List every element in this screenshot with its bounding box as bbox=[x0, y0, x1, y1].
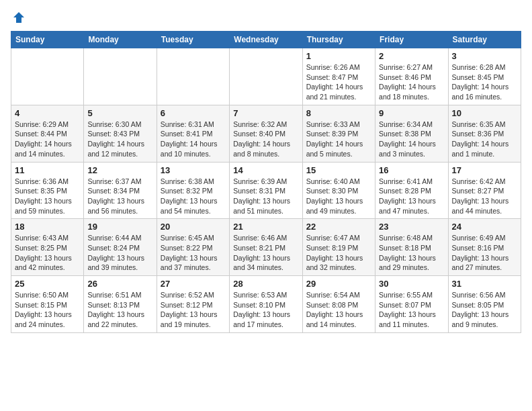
day-info: Sunrise: 6:40 AM Sunset: 8:30 PM Dayligh… bbox=[306, 177, 371, 216]
day-header-friday: Friday bbox=[375, 32, 448, 48]
calendar-cell: 21Sunrise: 6:46 AM Sunset: 8:21 PM Dayli… bbox=[230, 219, 302, 276]
calendar-cell: 10Sunrise: 6:35 AM Sunset: 8:36 PM Dayli… bbox=[448, 105, 521, 162]
calendar-cell: 20Sunrise: 6:45 AM Sunset: 8:22 PM Dayli… bbox=[157, 219, 229, 276]
calendar-cell: 18Sunrise: 6:43 AM Sunset: 8:25 PM Dayli… bbox=[11, 219, 84, 276]
day-info: Sunrise: 6:28 AM Sunset: 8:45 PM Dayligh… bbox=[452, 62, 517, 102]
day-info: Sunrise: 6:55 AM Sunset: 8:07 PM Dayligh… bbox=[379, 290, 444, 330]
day-number: 18 bbox=[15, 222, 80, 232]
day-number: 31 bbox=[452, 279, 517, 289]
calendar-cell: 24Sunrise: 6:49 AM Sunset: 8:16 PM Dayli… bbox=[448, 219, 521, 276]
calendar-cell: 30Sunrise: 6:55 AM Sunset: 8:07 PM Dayli… bbox=[375, 276, 448, 333]
day-number: 12 bbox=[87, 165, 152, 175]
day-info: Sunrise: 6:30 AM Sunset: 8:43 PM Dayligh… bbox=[87, 120, 152, 159]
day-number: 9 bbox=[379, 108, 444, 118]
day-number: 20 bbox=[161, 222, 226, 232]
day-number: 19 bbox=[87, 222, 152, 232]
day-info: Sunrise: 6:47 AM Sunset: 8:19 PM Dayligh… bbox=[306, 233, 371, 273]
day-header-tuesday: Tuesday bbox=[157, 32, 229, 48]
calendar-cell bbox=[157, 48, 229, 105]
day-info: Sunrise: 6:56 AM Sunset: 8:05 PM Dayligh… bbox=[452, 290, 517, 330]
day-info: Sunrise: 6:29 AM Sunset: 8:44 PM Dayligh… bbox=[15, 120, 80, 159]
day-info: Sunrise: 6:31 AM Sunset: 8:41 PM Dayligh… bbox=[161, 120, 226, 159]
day-number: 13 bbox=[161, 165, 226, 175]
calendar-cell: 15Sunrise: 6:40 AM Sunset: 8:30 PM Dayli… bbox=[302, 162, 375, 219]
calendar-cell: 14Sunrise: 6:39 AM Sunset: 8:31 PM Dayli… bbox=[230, 162, 302, 219]
day-number: 27 bbox=[161, 279, 226, 289]
calendar-cell: 22Sunrise: 6:47 AM Sunset: 8:19 PM Dayli… bbox=[302, 219, 375, 276]
day-number: 7 bbox=[233, 108, 298, 118]
calendar-cell: 7Sunrise: 6:32 AM Sunset: 8:40 PM Daylig… bbox=[230, 105, 302, 162]
day-header-sunday: Sunday bbox=[11, 32, 84, 48]
day-info: Sunrise: 6:33 AM Sunset: 8:39 PM Dayligh… bbox=[306, 120, 371, 159]
calendar-cell: 13Sunrise: 6:38 AM Sunset: 8:32 PM Dayli… bbox=[157, 162, 229, 219]
day-info: Sunrise: 6:49 AM Sunset: 8:16 PM Dayligh… bbox=[452, 233, 517, 273]
calendar-cell: 11Sunrise: 6:36 AM Sunset: 8:35 PM Dayli… bbox=[11, 162, 84, 219]
calendar-cell: 28Sunrise: 6:53 AM Sunset: 8:10 PM Dayli… bbox=[230, 276, 302, 333]
calendar-cell: 12Sunrise: 6:37 AM Sunset: 8:34 PM Dayli… bbox=[84, 162, 157, 219]
calendar-table: SundayMondayTuesdayWednesdayThursdayFrid… bbox=[11, 31, 521, 333]
day-info: Sunrise: 6:42 AM Sunset: 8:27 PM Dayligh… bbox=[452, 177, 517, 216]
day-info: Sunrise: 6:41 AM Sunset: 8:28 PM Dayligh… bbox=[379, 177, 444, 216]
day-number: 30 bbox=[379, 279, 444, 289]
calendar-cell: 2Sunrise: 6:27 AM Sunset: 8:46 PM Daylig… bbox=[375, 48, 448, 105]
day-info: Sunrise: 6:38 AM Sunset: 8:32 PM Dayligh… bbox=[161, 177, 226, 216]
calendar-cell: 5Sunrise: 6:30 AM Sunset: 8:43 PM Daylig… bbox=[84, 105, 157, 162]
calendar-cell: 19Sunrise: 6:44 AM Sunset: 8:24 PM Dayli… bbox=[84, 219, 157, 276]
calendar-cell: 25Sunrise: 6:50 AM Sunset: 8:15 PM Dayli… bbox=[11, 276, 84, 333]
day-number: 16 bbox=[379, 165, 444, 175]
logo bbox=[11, 11, 26, 24]
day-number: 11 bbox=[15, 165, 80, 175]
calendar-week-row: 25Sunrise: 6:50 AM Sunset: 8:15 PM Dayli… bbox=[11, 276, 521, 333]
day-info: Sunrise: 6:43 AM Sunset: 8:25 PM Dayligh… bbox=[15, 233, 80, 273]
calendar-week-row: 18Sunrise: 6:43 AM Sunset: 8:25 PM Dayli… bbox=[11, 219, 521, 276]
calendar-cell: 27Sunrise: 6:52 AM Sunset: 8:12 PM Dayli… bbox=[157, 276, 229, 333]
day-info: Sunrise: 6:52 AM Sunset: 8:12 PM Dayligh… bbox=[161, 290, 226, 330]
logo-icon bbox=[12, 11, 26, 24]
calendar-cell: 3Sunrise: 6:28 AM Sunset: 8:45 PM Daylig… bbox=[448, 48, 521, 105]
day-info: Sunrise: 6:50 AM Sunset: 8:15 PM Dayligh… bbox=[15, 290, 80, 330]
day-header-monday: Monday bbox=[84, 32, 157, 48]
day-info: Sunrise: 6:51 AM Sunset: 8:13 PM Dayligh… bbox=[87, 290, 152, 330]
day-header-wednesday: Wednesday bbox=[230, 32, 302, 48]
calendar-cell: 17Sunrise: 6:42 AM Sunset: 8:27 PM Dayli… bbox=[448, 162, 521, 219]
day-header-thursday: Thursday bbox=[302, 32, 375, 48]
day-info: Sunrise: 6:44 AM Sunset: 8:24 PM Dayligh… bbox=[87, 233, 152, 273]
calendar-cell: 9Sunrise: 6:34 AM Sunset: 8:38 PM Daylig… bbox=[375, 105, 448, 162]
day-number: 25 bbox=[15, 279, 80, 289]
day-number: 21 bbox=[233, 222, 298, 232]
calendar-week-row: 4Sunrise: 6:29 AM Sunset: 8:44 PM Daylig… bbox=[11, 105, 521, 162]
day-number: 17 bbox=[452, 165, 517, 175]
calendar-cell: 23Sunrise: 6:48 AM Sunset: 8:18 PM Dayli… bbox=[375, 219, 448, 276]
calendar-week-row: 1Sunrise: 6:26 AM Sunset: 8:47 PM Daylig… bbox=[11, 48, 521, 105]
calendar-cell: 8Sunrise: 6:33 AM Sunset: 8:39 PM Daylig… bbox=[302, 105, 375, 162]
day-number: 10 bbox=[452, 108, 517, 118]
calendar-cell bbox=[11, 48, 84, 105]
page-header bbox=[11, 11, 521, 24]
calendar-cell: 16Sunrise: 6:41 AM Sunset: 8:28 PM Dayli… bbox=[375, 162, 448, 219]
day-number: 24 bbox=[452, 222, 517, 232]
day-number: 8 bbox=[306, 108, 371, 118]
calendar-cell bbox=[84, 48, 157, 105]
day-info: Sunrise: 6:53 AM Sunset: 8:10 PM Dayligh… bbox=[233, 290, 298, 330]
calendar-header-row: SundayMondayTuesdayWednesdayThursdayFrid… bbox=[11, 32, 521, 48]
day-info: Sunrise: 6:36 AM Sunset: 8:35 PM Dayligh… bbox=[15, 177, 80, 216]
calendar-cell: 31Sunrise: 6:56 AM Sunset: 8:05 PM Dayli… bbox=[448, 276, 521, 333]
day-number: 22 bbox=[306, 222, 371, 232]
day-header-saturday: Saturday bbox=[448, 32, 521, 48]
day-number: 29 bbox=[306, 279, 371, 289]
svg-marker-0 bbox=[13, 12, 24, 23]
day-info: Sunrise: 6:48 AM Sunset: 8:18 PM Dayligh… bbox=[379, 233, 444, 273]
calendar-week-row: 11Sunrise: 6:36 AM Sunset: 8:35 PM Dayli… bbox=[11, 162, 521, 219]
day-number: 28 bbox=[233, 279, 298, 289]
day-number: 23 bbox=[379, 222, 444, 232]
calendar-cell: 29Sunrise: 6:54 AM Sunset: 8:08 PM Dayli… bbox=[302, 276, 375, 333]
calendar-cell: 6Sunrise: 6:31 AM Sunset: 8:41 PM Daylig… bbox=[157, 105, 229, 162]
day-number: 5 bbox=[87, 108, 152, 118]
calendar-cell: 1Sunrise: 6:26 AM Sunset: 8:47 PM Daylig… bbox=[302, 48, 375, 105]
day-info: Sunrise: 6:45 AM Sunset: 8:22 PM Dayligh… bbox=[161, 233, 226, 273]
day-info: Sunrise: 6:39 AM Sunset: 8:31 PM Dayligh… bbox=[233, 177, 298, 216]
day-info: Sunrise: 6:32 AM Sunset: 8:40 PM Dayligh… bbox=[233, 120, 298, 159]
day-number: 4 bbox=[15, 108, 80, 118]
calendar-cell: 26Sunrise: 6:51 AM Sunset: 8:13 PM Dayli… bbox=[84, 276, 157, 333]
day-info: Sunrise: 6:35 AM Sunset: 8:36 PM Dayligh… bbox=[452, 120, 517, 159]
